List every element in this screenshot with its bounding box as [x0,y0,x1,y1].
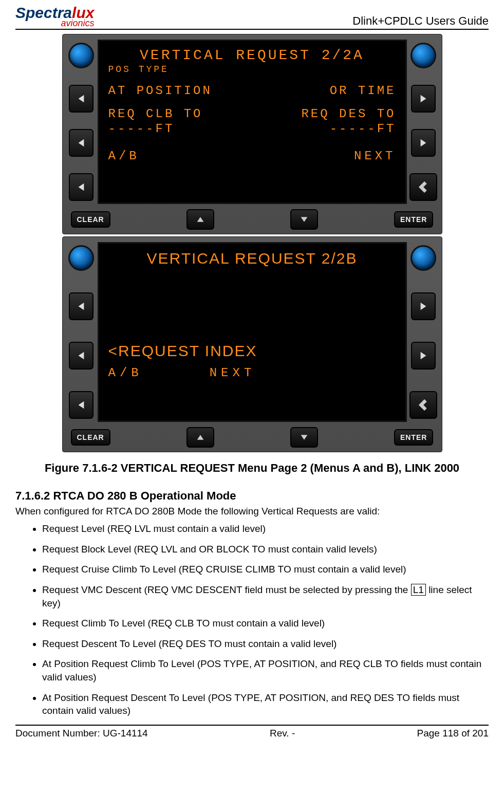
clear-button-b[interactable]: CLEAR [71,429,110,446]
knob-top-right-b-icon[interactable] [410,245,436,271]
rsk-r2[interactable] [411,129,436,157]
bullet-list: Request Level (REQ LVL must contain a va… [15,522,489,717]
request-index-label: <REQUEST INDEX [108,342,396,360]
next-label-b: NEXT [210,366,256,380]
list-item: Request Climb To Level (REQ CLB TO must … [42,617,489,630]
list-item: At Position Request Descent To Level (PO… [42,691,489,717]
chevron-left-icon[interactable] [409,173,437,201]
lsk-l3-b[interactable] [69,391,94,419]
list-item: Request Cruise Climb To Level (REQ CRUIS… [42,563,489,576]
svg-marker-13 [301,435,308,440]
ab-label-a: A/B [108,149,140,163]
knob-top-right-icon[interactable] [410,43,436,68]
right-keys-a [408,38,439,206]
screen-title-a: VERTICAL REQUEST 2/2A [108,47,396,63]
rsk-r1-b[interactable] [411,292,436,320]
lsk-l1-b[interactable] [69,292,94,320]
revision: Rev. - [270,728,295,739]
page-footer: Document Number: UG-14114 Rev. - Page 11… [15,725,489,739]
list-item: Request Block Level (REQ LVL and OR BLOC… [42,543,489,556]
document-title: Dlink+CPDLC Users Guide [352,14,489,28]
row-req-values: -----FT -----FT [108,122,396,136]
logo-subtext: avionics [15,19,94,28]
req-clb-value: -----FT [108,122,175,136]
list-item: Request Level (REQ LVL must contain a va… [42,522,489,536]
list-item: Request VMC Descent (REQ VMC DESCENT fie… [42,583,489,610]
row-ab-next-b: A/B NEXT [108,366,396,380]
lsk-l1[interactable] [69,85,94,113]
svg-marker-9 [78,401,84,409]
lsk-l2-b[interactable] [69,342,94,370]
rsk-r2-b[interactable] [411,342,436,370]
mcdu-screen-a: VERTICAL REQUEST 2/2A POS TYPE AT POSITI… [98,40,407,204]
svg-marker-10 [420,303,426,310]
enter-button-a[interactable]: ENTER [394,211,433,228]
lsk-l3[interactable] [69,173,94,201]
nav-down-button-b[interactable] [290,427,318,448]
nav-up-button-a[interactable] [186,209,214,230]
nav-down-button-a[interactable] [290,209,318,230]
l1-key-box: L1 [411,584,426,596]
mcdu-panel-b: VERTICAL REQUEST 2/2B <REQUEST INDEX A/B… [62,236,442,452]
req-des-value: -----FT [330,122,396,136]
svg-marker-5 [197,217,203,222]
nav-up-button-b[interactable] [186,427,214,448]
page-number: Page 118 of 201 [417,728,489,739]
knob-top-left-icon[interactable] [68,43,94,68]
knob-top-left-b-icon[interactable] [68,245,94,271]
rsk-r1[interactable] [411,85,436,113]
row-req-labels: REQ CLB TO REQ DES TO [108,107,396,121]
mcdu-panel-a: VERTICAL REQUEST 2/2A POS TYPE AT POSITI… [62,34,442,234]
section-intro: When configured for RTCA DO 280B Mode th… [15,506,489,517]
svg-marker-2 [78,183,84,191]
at-position-label: AT POSITION [108,84,212,98]
req-des-label: REQ DES TO [301,107,396,121]
chevron-left-b-icon[interactable] [409,391,437,419]
left-keys-a [66,38,97,206]
enter-button-b[interactable]: ENTER [394,429,433,446]
svg-marker-11 [420,352,426,359]
svg-marker-8 [78,352,84,359]
req-clb-label: REQ CLB TO [108,107,203,121]
section-heading: 7.1.6.2 RTCA DO 280 B Operational Mode [15,489,489,503]
doc-number: Document Number: UG-14114 [15,728,148,739]
mcdu-screen-b: VERTICAL REQUEST 2/2B <REQUEST INDEX A/B… [98,242,407,422]
pos-type-label: POS TYPE [108,64,396,75]
row-at-position: AT POSITION OR TIME [108,84,396,98]
list-item: At Position Request Climb To Level (POS … [42,657,489,684]
figure-caption: Figure 7.1.6-2 VERTICAL REQUEST Menu Pag… [15,462,489,475]
svg-marker-0 [78,95,84,102]
screen-title-b: VERTICAL REQUEST 2/2B [108,250,396,267]
svg-marker-7 [78,303,84,310]
ab-label-b: A/B [108,366,143,380]
or-time-label: OR TIME [330,84,396,98]
row-ab-next-a: A/B NEXT [108,149,396,163]
left-keys-b [66,240,97,424]
clear-button-a[interactable]: CLEAR [71,211,110,228]
svg-marker-4 [420,139,426,146]
svg-marker-1 [78,139,84,146]
lsk-l2[interactable] [69,129,94,157]
svg-marker-12 [197,435,203,440]
right-keys-b [408,240,439,424]
brand-logo: Spectralux avionics [15,5,94,28]
page-header: Spectralux avionics Dlink+CPDLC Users Gu… [15,5,489,30]
svg-marker-3 [420,95,426,102]
list-item: Request Descent To Level (REQ DES TO mus… [42,637,489,651]
next-label-a: NEXT [354,149,396,163]
svg-marker-6 [301,217,308,222]
